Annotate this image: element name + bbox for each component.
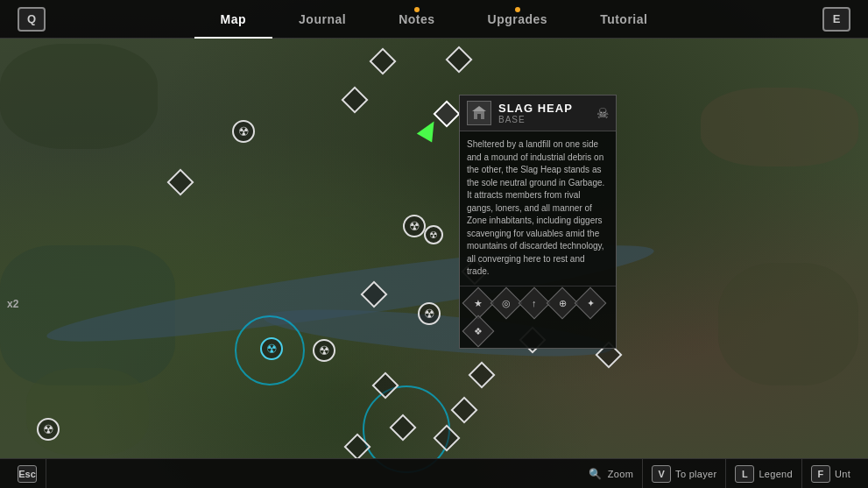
tab-tutorial[interactable]: Tutorial	[574, 0, 674, 39]
marker-13[interactable]	[455, 400, 474, 420]
tab-upgrades[interactable]: Upgrades	[462, 0, 575, 39]
marker-3[interactable]	[345, 90, 364, 110]
nav-tabs: Map Journal Notes Upgrades Tutorial	[0, 0, 868, 39]
terrain-1	[0, 44, 158, 149]
unt-label: Unt	[835, 469, 850, 479]
marker-14[interactable]	[437, 428, 456, 448]
terrain-5	[718, 263, 858, 385]
unt-item[interactable]: F Unt	[802, 459, 859, 488]
marker-12[interactable]	[348, 437, 367, 456]
l-key: L	[735, 465, 754, 483]
info-title-block: SLAG HEAP BASE	[498, 102, 573, 124]
rad-marker-3[interactable]: ☢	[424, 225, 443, 244]
bottom-bar: Esc 🔍 Zoom V To player L Legend F Unt	[0, 458, 868, 488]
rad-marker-1[interactable]: ☢	[232, 120, 255, 143]
f-key: F	[811, 465, 830, 483]
svg-marker-1	[472, 106, 486, 111]
notes-dot	[414, 7, 420, 12]
rad-marker-5[interactable]: ☢	[418, 302, 441, 325]
marker-1[interactable]	[373, 52, 392, 71]
svg-rect-2	[477, 114, 481, 119]
info-actions: ★ ◎ ↑ ⊕ ✦ ❖	[460, 286, 616, 348]
info-description: Sheltered by a landfill on one side and …	[460, 131, 616, 286]
marker-5[interactable]	[364, 285, 384, 304]
skull-icon: ☠	[596, 105, 609, 122]
action-btn-6[interactable]: ❖	[462, 315, 495, 347]
info-box: SLAG HEAP BASE ☠ Sheltered by a landfill…	[459, 95, 617, 349]
zoom-icon: 🔍	[589, 468, 602, 480]
terrain-3	[26, 368, 149, 456]
zoom-item: 🔍 Zoom	[580, 459, 643, 488]
v-key: V	[652, 465, 671, 483]
marker-4[interactable]	[171, 173, 190, 192]
zoom-label: Zoom	[608, 469, 633, 479]
legend-item[interactable]: L Legend	[726, 459, 802, 488]
info-header: SLAG HEAP BASE ☠	[460, 95, 616, 131]
esc-key: Esc	[18, 465, 37, 483]
info-location-name: SLAG HEAP	[498, 102, 573, 115]
key-e-button[interactable]: E	[822, 7, 850, 32]
upgrades-dot	[515, 7, 520, 12]
tab-map[interactable]: Map	[194, 0, 273, 39]
marker-9[interactable]	[472, 365, 491, 385]
marker-11[interactable]	[393, 418, 413, 437]
to-player-label: To player	[675, 469, 716, 479]
marker-10[interactable]	[376, 376, 395, 395]
tab-notes[interactable]: Notes	[372, 0, 461, 39]
info-location-type: BASE	[498, 115, 573, 124]
top-nav: Q Map Journal Notes Upgrades Tutorial E	[0, 0, 868, 39]
action-btn-5[interactable]: ✦	[575, 286, 607, 319]
marker-2[interactable]	[449, 50, 469, 69]
x2-label: x2	[7, 298, 18, 310]
tab-journal[interactable]: Journal	[272, 0, 372, 39]
rad-marker-center[interactable]: ☢	[260, 337, 283, 360]
esc-item[interactable]: Esc	[9, 459, 46, 488]
info-icon	[467, 101, 491, 125]
terrain-4	[701, 88, 858, 166]
rad-marker-4[interactable]: ☢	[313, 339, 335, 362]
rad-marker-2[interactable]: ☢	[403, 215, 426, 237]
legend-label: Legend	[759, 469, 793, 479]
marker-selected[interactable]	[437, 104, 456, 124]
rad-marker-6[interactable]: ☢	[37, 418, 60, 441]
to-player-item[interactable]: V To player	[643, 459, 726, 488]
